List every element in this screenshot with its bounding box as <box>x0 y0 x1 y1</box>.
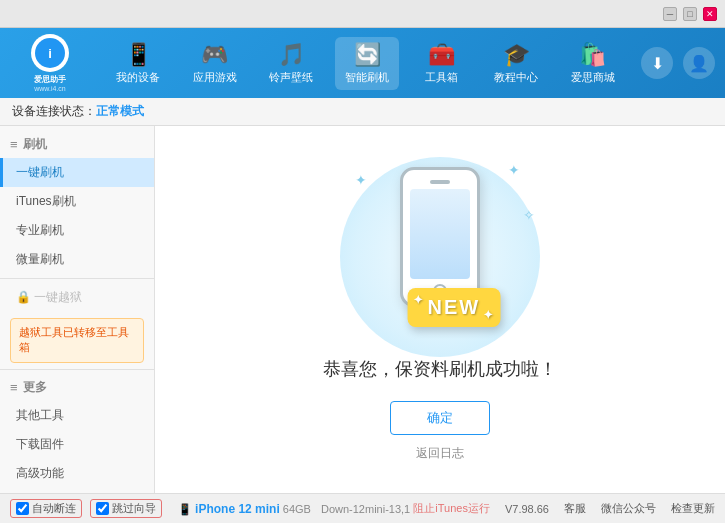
smart-flash-label: 智能刷机 <box>345 70 389 85</box>
skip-wizard-label: 跳过向导 <box>112 501 156 516</box>
back-link[interactable]: 返回日志 <box>416 445 464 462</box>
more-section-header: ≡ 更多 <box>0 374 154 401</box>
toolbox-label: 工具箱 <box>425 70 458 85</box>
more-section-label: 更多 <box>23 379 47 396</box>
version-label: V7.98.66 <box>505 503 549 515</box>
success-illustration: ✦ ✦ ✧ NEW <box>340 157 540 357</box>
shop-icon: 🛍️ <box>579 42 606 68</box>
bottom-right: 阻止iTunes运行 V7.98.66 客服 微信公众号 检查更新 <box>413 501 715 516</box>
auto-disconnect-label: 自动断连 <box>32 501 76 516</box>
phone-icon: 📱 <box>178 503 192 515</box>
sidebar-item-itunes-flash[interactable]: iTunes刷机 <box>0 187 154 216</box>
auto-disconnect-input[interactable] <box>16 502 29 515</box>
main-content: ✦ ✦ ✧ NEW 恭喜您，保资料刷机成功啦！ 确定 返回日志 <box>155 126 725 493</box>
nav-bar: 📱 我的设备 🎮 应用游戏 🎵 铃声壁纸 🔄 智能刷机 🧰 工具箱 🎓 教程中心… <box>100 37 631 90</box>
shop-label: 爱思商城 <box>571 70 615 85</box>
logo-circle: i <box>31 34 69 72</box>
apps-games-label: 应用游戏 <box>193 70 237 85</box>
sidebar-jailbreak-notice: 越狱工具已转移至工具箱 <box>10 318 144 363</box>
flash-section-header: ≡ 刷机 <box>0 131 154 158</box>
phone-screen <box>410 189 470 279</box>
confirm-button[interactable]: 确定 <box>390 401 490 435</box>
sidebar-item-brush-flash[interactable]: 微量刷机 <box>0 245 154 274</box>
bottombar: 自动断连 跳过向导 📱 iPhone 12 mini 64GB Down-12m… <box>0 493 725 523</box>
wallpaper-icon: 🎵 <box>278 42 305 68</box>
sparkle-3: ✧ <box>523 207 535 223</box>
logo-text-bottom: www.i4.cn <box>34 85 66 92</box>
sidebar-item-advanced[interactable]: 高级功能 <box>0 459 154 488</box>
main-layout: ≡ 刷机 一键刷机 iTunes刷机 专业刷机 微量刷机 🔒 一键越狱 越狱工具… <box>0 126 725 493</box>
status-label: 设备连接状态： <box>12 103 96 120</box>
nav-my-device[interactable]: 📱 我的设备 <box>106 37 170 90</box>
tutorial-icon: 🎓 <box>503 42 530 68</box>
phone-illustration <box>400 167 480 307</box>
device-info: 📱 iPhone 12 mini 64GB <box>178 502 311 516</box>
new-badge: NEW <box>408 288 501 327</box>
more-section: ≡ 更多 其他工具 下载固件 高级功能 <box>0 374 154 488</box>
device-name: iPhone 12 mini <box>195 502 280 516</box>
sparkle-2: ✦ <box>508 162 520 178</box>
skip-wizard-input[interactable] <box>96 502 109 515</box>
success-text: 恭喜您，保资料刷机成功啦！ <box>323 357 557 381</box>
nav-smart-flash[interactable]: 🔄 智能刷机 <box>335 37 399 90</box>
flash-section-label: 刷机 <box>23 136 47 153</box>
sidebar-item-one-key-flash[interactable]: 一键刷机 <box>0 158 154 187</box>
minimize-button[interactable]: ─ <box>663 7 677 21</box>
nav-tutorial[interactable]: 🎓 教程中心 <box>484 37 548 90</box>
check-update-button[interactable]: 检查更新 <box>671 501 715 516</box>
sidebar-divider-2 <box>0 369 154 370</box>
wallpaper-label: 铃声壁纸 <box>269 70 313 85</box>
logo: i 爱思助手 www.i4.cn <box>10 34 90 92</box>
sidebar-item-pro-flash[interactable]: 专业刷机 <box>0 216 154 245</box>
nav-toolbox[interactable]: 🧰 工具箱 <box>412 37 472 90</box>
nav-shop[interactable]: 🛍️ 爱思商城 <box>561 37 625 90</box>
sparkle-1: ✦ <box>355 172 367 188</box>
smart-flash-icon: 🔄 <box>354 42 381 68</box>
wechat-public-button[interactable]: 微信公众号 <box>601 501 656 516</box>
apps-games-icon: 🎮 <box>201 42 228 68</box>
sidebar-item-download-fw[interactable]: 下载固件 <box>0 430 154 459</box>
customer-service-button[interactable]: 客服 <box>564 501 586 516</box>
user-button[interactable]: 👤 <box>683 47 715 79</box>
sidebar: ≡ 刷机 一键刷机 iTunes刷机 专业刷机 微量刷机 🔒 一键越狱 越狱工具… <box>0 126 155 493</box>
flash-section: ≡ 刷机 一键刷机 iTunes刷机 专业刷机 微量刷机 <box>0 131 154 274</box>
my-device-label: 我的设备 <box>116 70 160 85</box>
flash-section-icon: ≡ <box>10 137 18 152</box>
nav-right-buttons: ⬇ 👤 <box>641 47 715 79</box>
device-storage: 64GB <box>283 503 311 515</box>
download-button[interactable]: ⬇ <box>641 47 673 79</box>
sidebar-item-other-tools[interactable]: 其他工具 <box>0 401 154 430</box>
bottom-left: 自动断连 跳过向导 📱 iPhone 12 mini 64GB Down-12m… <box>10 499 410 518</box>
auto-disconnect-checkbox[interactable]: 自动断连 <box>10 499 82 518</box>
toolbox-icon: 🧰 <box>428 42 455 68</box>
nav-apps-games[interactable]: 🎮 应用游戏 <box>183 37 247 90</box>
statusbar: 设备连接状态： 正常模式 <box>0 98 725 126</box>
more-section-icon: ≡ <box>10 380 18 395</box>
stop-itunes-button[interactable]: 阻止iTunes运行 <box>413 501 490 516</box>
status-value: 正常模式 <box>96 103 144 120</box>
nav-wallpaper[interactable]: 🎵 铃声壁纸 <box>259 37 323 90</box>
skip-wizard-checkbox[interactable]: 跳过向导 <box>90 499 162 518</box>
close-button[interactable]: ✕ <box>703 7 717 21</box>
logo-text-top: 爱思助手 <box>34 74 66 85</box>
maximize-button[interactable]: □ <box>683 7 697 21</box>
sidebar-divider-1 <box>0 278 154 279</box>
titlebar: ─ □ ✕ <box>0 0 725 28</box>
my-device-icon: 📱 <box>125 42 152 68</box>
tutorial-label: 教程中心 <box>494 70 538 85</box>
device-version: Down-12mini-13,1 <box>321 503 410 515</box>
phone-speaker <box>430 180 450 184</box>
logo-inner: i <box>35 38 65 68</box>
header: i 爱思助手 www.i4.cn 📱 我的设备 🎮 应用游戏 🎵 铃声壁纸 🔄 … <box>0 28 725 98</box>
sidebar-item-jailbreak: 🔒 一键越狱 <box>0 283 154 312</box>
